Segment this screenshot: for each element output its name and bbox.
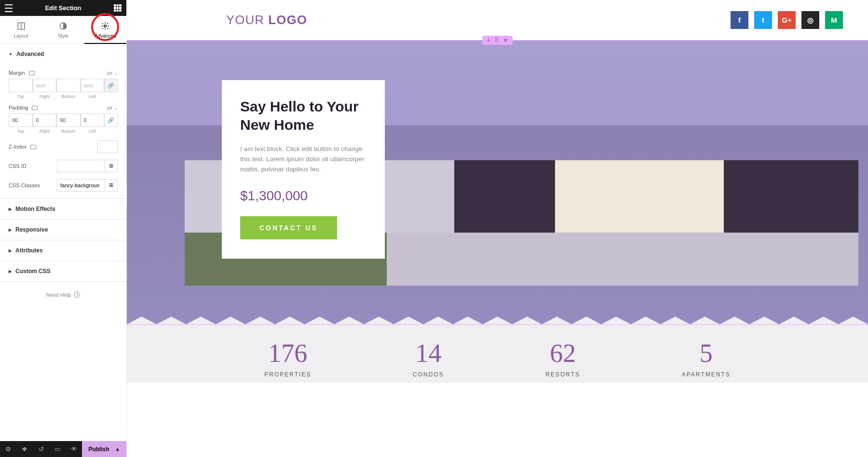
delete-section-button[interactable]: ✕ — [503, 37, 508, 43]
margin-left-input[interactable] — [81, 79, 105, 92]
tab-advanced[interactable]: Advanced — [84, 16, 126, 43]
hero-price[interactable]: $1,300,000 — [240, 188, 366, 204]
section-advanced: ▼ Advanced Margin px⌄ Top Right Bottom L… — [0, 44, 126, 199]
social-links: ftG+◎M — [731, 11, 843, 29]
tab-style[interactable]: Style — [42, 16, 84, 43]
margin-top-input[interactable] — [9, 79, 33, 92]
link-icon: 🔗 — [108, 117, 114, 124]
section-toggle-attributes[interactable]: ▶Attributes — [0, 240, 126, 261]
unit-select[interactable]: px⌄ — [107, 70, 118, 76]
section-title: Motion Effects — [15, 206, 55, 212]
apps-icon[interactable] — [114, 4, 122, 12]
help-link[interactable]: Need Help? — [0, 282, 126, 307]
hero-section[interactable]: + ⠿ ✕ Say Hello to Your New Home I am te… — [127, 40, 868, 325]
layout-icon — [17, 22, 26, 30]
lbl-right: Right — [33, 129, 57, 134]
stat-number: 62 — [545, 338, 580, 368]
chevron-up-icon: ▲ — [115, 446, 120, 452]
page-header: YOUR LOGO ftG+◎M — [127, 0, 868, 40]
cssid-label: CSS ID — [9, 163, 27, 169]
margin-row: Margin px⌄ — [9, 70, 118, 76]
social-instagram[interactable]: ◎ — [801, 11, 819, 29]
padding-inputs: Top Right Bottom Left 🔗 — [9, 113, 118, 134]
social-medium[interactable]: M — [825, 11, 843, 29]
padding-right-input[interactable] — [33, 113, 57, 127]
lbl-left: Left — [81, 129, 105, 134]
stat-label: RESORTS — [545, 371, 580, 378]
dynamic-button[interactable]: ≡ — [105, 179, 118, 192]
tab-layout[interactable]: Layout — [0, 16, 42, 43]
hero-card: Say Hello to Your New Home I am text blo… — [222, 80, 385, 259]
preview-button[interactable]: 👁 — [66, 441, 82, 457]
svg-point-3 — [104, 25, 107, 28]
unit-select[interactable]: px⌄ — [107, 105, 118, 111]
stat-label: CONDOS — [413, 371, 444, 378]
lbl-left: Left — [81, 94, 105, 99]
history-icon: ↺ — [39, 445, 44, 453]
tab-label: Advanced — [95, 33, 116, 39]
section-toggle-responsive[interactable]: ▶Responsive — [0, 220, 126, 240]
cssid-input[interactable] — [57, 160, 105, 172]
caret-down-icon: ▼ — [9, 52, 13, 56]
history-button[interactable]: ↺ — [33, 441, 49, 457]
caret-right-icon: ▶ — [9, 207, 12, 211]
database-icon: ≡ — [109, 181, 113, 190]
cssclasses-input[interactable] — [57, 179, 105, 192]
drag-handle[interactable]: ⠿ — [495, 37, 499, 43]
navigator-button[interactable]: ❖ — [16, 441, 33, 457]
caret-right-icon: ▶ — [9, 228, 12, 232]
device-icon[interactable] — [30, 145, 36, 149]
stat-label: PROPERTIES — [264, 371, 311, 378]
link-values-button[interactable]: 🔗 — [104, 113, 118, 127]
chevron-down-icon: ⌄ — [114, 70, 118, 76]
social-facebook[interactable]: f — [731, 11, 748, 29]
settings-button[interactable]: ⚙ — [0, 441, 16, 457]
stat-item: 176PROPERTIES — [264, 338, 311, 378]
gear-icon — [101, 22, 109, 30]
eye-icon: 👁 — [71, 445, 77, 453]
cssclasses-label: CSS Classes — [9, 182, 40, 188]
margin-bottom-input[interactable] — [56, 79, 81, 92]
stat-item: 5APARTMENTS — [682, 338, 731, 378]
lbl-top: Top — [9, 94, 33, 99]
section-title: Custom CSS — [15, 268, 51, 275]
responsive-icon: ▭ — [54, 445, 60, 453]
stat-item: 62RESORTS — [545, 338, 580, 378]
menu-icon[interactable] — [5, 4, 13, 12]
stat-number: 176 — [264, 338, 311, 368]
social-google[interactable]: G+ — [778, 11, 796, 29]
section-title: Responsive — [15, 226, 48, 233]
hero-text[interactable]: I am text block. Click edit button to ch… — [240, 144, 366, 175]
publish-button[interactable]: Publish▲ — [82, 441, 126, 457]
section-toggle-customcss[interactable]: ▶Custom CSS — [0, 261, 126, 281]
cssid-row: CSS ID ≡ — [9, 160, 118, 172]
padding-top-input[interactable] — [9, 113, 33, 127]
site-logo: YOUR LOGO — [226, 13, 307, 28]
contact-button[interactable]: CONTACT US — [240, 216, 337, 239]
section-toggle-motion[interactable]: ▶Motion Effects — [0, 199, 126, 219]
sidebar-header: Edit Section — [0, 0, 126, 16]
device-icon[interactable] — [29, 71, 35, 75]
dynamic-button[interactable]: ≡ — [105, 160, 118, 172]
device-icon[interactable] — [32, 106, 38, 110]
link-values-button[interactable]: 🔗 — [104, 79, 118, 92]
zindex-input[interactable] — [97, 140, 118, 153]
padding-row: Padding px⌄ — [9, 105, 118, 111]
section-toggle-advanced[interactable]: ▼ Advanced — [0, 44, 126, 64]
padding-left-input[interactable] — [81, 113, 105, 127]
margin-label: Margin — [9, 70, 25, 76]
responsive-button[interactable]: ▭ — [49, 441, 66, 457]
tab-label: Style — [58, 33, 68, 39]
stats-section: 176PROPERTIES14CONDOS62RESORTS5APARTMENT… — [127, 325, 868, 383]
lbl-right: Right — [33, 94, 57, 99]
add-section-button[interactable]: + — [487, 37, 490, 43]
cssclasses-row: CSS Classes ≡ — [9, 179, 118, 192]
bottom-toolbar: ⚙ ❖ ↺ ▭ 👁 Publish▲ — [0, 441, 126, 457]
caret-right-icon: ▶ — [9, 249, 12, 253]
padding-bottom-input[interactable] — [56, 113, 81, 127]
lbl-bottom: Bottom — [56, 129, 81, 134]
hero-title[interactable]: Say Hello to Your New Home — [240, 97, 366, 134]
zindex-row: Z-Index — [9, 140, 118, 153]
margin-right-input[interactable] — [33, 79, 57, 92]
social-twitter[interactable]: t — [754, 11, 772, 29]
